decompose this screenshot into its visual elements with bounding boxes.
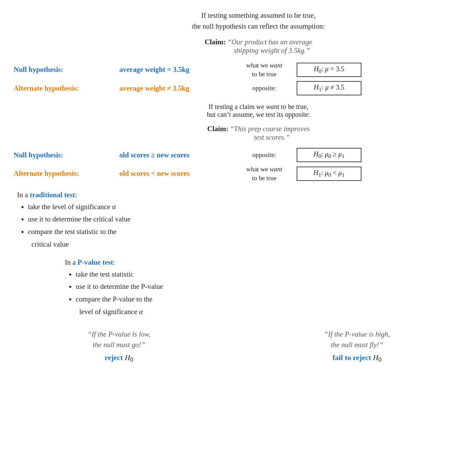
- fail-to-reject-word: fail to reject: [332, 353, 371, 362]
- pvalue-bold: P-value test: [77, 258, 113, 266]
- null-box-2: H0: μ0 ≥ μ1: [297, 148, 361, 162]
- fail-reject-h0: H: [373, 353, 378, 362]
- alt-label-1: Alternate hypothesis:: [14, 84, 119, 93]
- null-value-2: old scores ≥ new scores: [119, 151, 235, 159]
- alt-box-2: H1: μ0 < μ1: [297, 167, 361, 181]
- alt-value-2: old scores < new scores: [119, 169, 235, 178]
- quote-low-result: reject H0: [14, 352, 224, 365]
- null-hyp-row-1: Null hypothesis: average weight = 3.5kg …: [14, 61, 462, 78]
- reject-h0-sub: 0: [130, 356, 133, 363]
- intro2-line2: but can’t assume, we test its opposite:: [55, 111, 462, 119]
- traditional-bold: traditional test: [30, 191, 75, 199]
- pvalue-test-block: In a P-value test: take the test statist…: [65, 258, 462, 318]
- pvalue-item-3: compare the P-value to the level of sign…: [76, 293, 462, 318]
- hypothesis-section-2: Null hypothesis: old scores ≥ new scores…: [14, 148, 462, 182]
- traditional-intro: In a traditional test:: [17, 191, 462, 199]
- hypothesis-section-1: Null hypothesis: average weight = 3.5kg …: [14, 61, 462, 95]
- intro1-line2: the null hypothesis can reflect the assu…: [55, 21, 462, 32]
- pvalue-item-2: use it to determine the P-value: [76, 280, 462, 293]
- fail-reject-h0-sub: 0: [378, 356, 382, 363]
- intro2-line1: If testing a claim we want to be true,: [55, 103, 462, 111]
- trad-item-2: use it to determine the critical value: [28, 213, 462, 226]
- alt-box-1: H1: μ ≠ 3.5: [297, 81, 361, 95]
- bottom-quotes-section: “If the P-value is low,the null must go!…: [14, 329, 462, 365]
- intro-block-2: If testing a claim we want to be true, b…: [55, 103, 462, 119]
- intro-block-1: If testing something assumed to be true,…: [55, 10, 462, 32]
- null-label-1: Null hypothesis:: [14, 65, 119, 74]
- alt-hyp-row-2: Alternate hypothesis: old scores < new s…: [14, 165, 462, 182]
- null-note-1: what we wantto be true: [235, 61, 293, 78]
- quote-low-block: “If the P-value is low,the null must go!…: [14, 329, 224, 365]
- quote-high-text: “If the P-value is high,the null must fl…: [252, 329, 462, 351]
- alt-hyp-row-1: Alternate hypothesis: average weight ≠ 3…: [14, 81, 462, 95]
- null-note-2: opposite:: [235, 151, 293, 159]
- claim1-label: Claim:: [205, 38, 226, 46]
- pvalue-list: take the test statistic use it to determ…: [76, 268, 462, 318]
- claim-block-1: Claim: “Our product has an average shipp…: [55, 38, 462, 55]
- alt-value-1: average weight ≠ 3.5kg: [119, 84, 235, 93]
- null-value-1: average weight = 3.5kg: [119, 65, 235, 74]
- alt-label-2: Alternate hypothesis:: [14, 169, 119, 178]
- quote-high-block: “If the P-value is high,the null must fl…: [252, 329, 462, 365]
- claim2-label: Claim:: [207, 125, 228, 133]
- quote-high-result: fail to reject H0: [252, 352, 462, 365]
- trad-item-1: take the level of significance α: [28, 201, 462, 213]
- trad-item-3: compare the test statistic to the critic…: [28, 226, 462, 251]
- null-box-1: H0: μ = 3.5: [297, 63, 361, 77]
- alt-note-1: opposite:: [235, 84, 293, 93]
- intro1-line1: If testing something assumed to be true,: [55, 10, 462, 21]
- quote-low-text: “If the P-value is low,the null must go!…: [14, 329, 224, 351]
- pvalue-item-1: take the test statistic: [76, 268, 462, 281]
- traditional-test-block: In a traditional test: take the level of…: [17, 191, 462, 251]
- reject-word: reject: [105, 353, 123, 362]
- reject-h0: H: [125, 353, 130, 362]
- alt-note-2: what we wantto be true: [235, 165, 293, 182]
- claim2-text: “This prep course improves test scores.”: [227, 125, 310, 141]
- pvalue-intro: In a P-value test:: [65, 258, 462, 267]
- null-label-2: Null hypothesis:: [14, 151, 119, 159]
- claim-block-2: Claim: “This prep course improves test s…: [55, 125, 462, 142]
- null-hyp-row-2: Null hypothesis: old scores ≥ new scores…: [14, 148, 462, 162]
- traditional-list: take the level of significance α use it …: [28, 201, 462, 251]
